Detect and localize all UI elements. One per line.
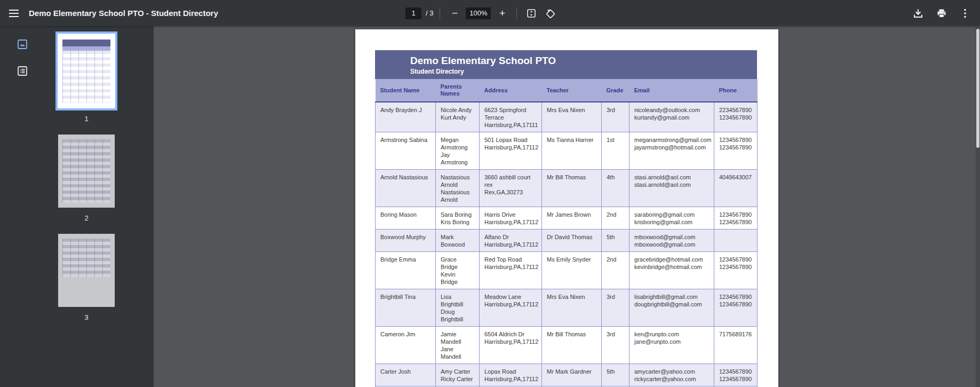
print-icon	[937, 9, 946, 18]
cell-address: 6623 SpringfordTerraceHarrisburg,PA,1711…	[480, 102, 542, 132]
column-header-teacher: Teacher	[542, 79, 602, 102]
zoom-in-button[interactable]: +	[494, 5, 510, 21]
cell-phones: 7175689176	[714, 327, 758, 364]
cell-address: Harris DriveHarrisburg,PA,17112	[480, 207, 542, 230]
outline-view-icon	[17, 66, 28, 76]
print-button[interactable]	[932, 4, 951, 23]
table-row: Cameron JimJamieMandellJaneMandell6504 A…	[376, 327, 758, 364]
thumbnail-item-page-2[interactable]: 2	[58, 135, 115, 222]
column-header-parents: Parents Names	[436, 79, 480, 102]
cell-teacher: Mrs Eva Nixen	[542, 289, 602, 327]
student-directory-table: Student NameParents NamesAddressTeacherG…	[375, 79, 758, 387]
banner-title: Demo Elementary School PTO	[410, 55, 757, 67]
thumbnail-page-number: 2	[84, 214, 88, 222]
more-options-button[interactable]	[955, 4, 975, 23]
column-header-grade: Grade	[602, 79, 630, 102]
toolbar-center: / 3 − +	[405, 0, 559, 26]
thumbnail-page-preview[interactable]	[58, 34, 115, 108]
cell-teacher: Mr James Brown	[542, 207, 602, 230]
cell-student: Carter Josh	[376, 364, 436, 386]
table-row: Carter JoshAmy CarterRicky CarterLopax R…	[376, 364, 758, 386]
cell-student: Brightbill Tina	[376, 289, 436, 327]
cell-phones: 12345678901234567890	[714, 289, 758, 327]
vertical-scrollbar[interactable]	[976, 26, 980, 387]
more-vertical-icon	[964, 9, 966, 18]
pdf-page-1: Demo Elementary School PTO Student Direc…	[355, 29, 778, 387]
cell-grade: 3rd	[602, 102, 630, 132]
cell-phones: 4049643007	[714, 170, 758, 207]
zoom-out-button[interactable]: −	[447, 5, 463, 21]
cell-emails: stasi.arnold@aol.comstasi.arnold@aol.com	[630, 170, 714, 207]
column-header-student: Student Name	[376, 79, 436, 102]
cell-parents: JamieMandellJaneMandell	[436, 327, 480, 364]
document-banner: Demo Elementary School PTO Student Direc…	[375, 50, 757, 79]
cell-teacher: Mrs Eva Nixen	[542, 102, 602, 132]
cell-grade: 2nd	[602, 207, 630, 230]
cell-student: Armstrong Sabina	[376, 132, 436, 170]
cell-teacher: Mr Bill Thomas	[542, 170, 602, 207]
outline-view-button[interactable]	[14, 62, 31, 80]
thumbnail-item-page-3[interactable]: 3	[58, 234, 115, 321]
cell-teacher: Dr David Thomas	[542, 230, 602, 252]
hamburger-icon	[9, 10, 19, 17]
mini-table-rows	[62, 51, 110, 102]
cell-student: Boring Mason	[376, 207, 436, 230]
cell-grade: 3rd	[602, 327, 630, 364]
column-header-emails: Email	[630, 79, 714, 102]
cell-emails: nicoleandy@outlook.comkurtandy@gmail.com	[630, 102, 714, 132]
toolbar-divider	[440, 7, 440, 19]
scrollbar-thumb[interactable]	[976, 29, 979, 148]
table-row: Boxwood MurphyMarkBoxwoodAlfano DrHarris…	[376, 230, 758, 252]
thumbnail-item-page-1[interactable]: 1	[58, 34, 115, 123]
cell-phones: 12345678901234567890	[714, 132, 758, 170]
toolbar-divider	[516, 7, 517, 19]
download-button[interactable]	[909, 4, 928, 23]
cell-phones: 12345678901234567890	[714, 207, 758, 230]
table-row: Arnold NastasiousNastasiousArnoldNastasi…	[376, 170, 758, 207]
cell-phones: 12345678901234567890	[714, 364, 758, 386]
cell-emails: meganarmstrong@gmail.comjayarmstrong@hot…	[630, 132, 714, 170]
pdf-viewer-area: Demo Elementary School PTO Student Direc…	[154, 26, 980, 387]
cell-emails: ken@runpto.comjane@runpto.com	[630, 327, 714, 364]
mini-table-rows	[62, 139, 110, 203]
thumbnail-page-preview[interactable]	[58, 135, 115, 208]
cell-grade: 3rd	[602, 289, 630, 327]
cell-parents: Amy CarterRicky Carter	[436, 364, 480, 386]
thumbnail-page-number: 1	[84, 115, 88, 123]
cell-student: Boxwood Murphy	[376, 230, 436, 252]
thumbnails-view-button[interactable]	[14, 36, 31, 53]
thumbnail-page-preview[interactable]	[58, 234, 115, 307]
mini-table-header	[62, 46, 110, 51]
pdf-sidebar: 123	[0, 26, 154, 387]
column-header-phones: Phone	[714, 79, 758, 102]
pdf-toolbar: Demo Elementary School PTO - Student Dir…	[0, 0, 980, 26]
cell-parents: MarkBoxwood	[436, 230, 480, 252]
cell-emails: gracebridge@hotmail.comkevinbridge@hotma…	[630, 252, 714, 289]
menu-button[interactable]	[4, 4, 23, 23]
mini-banner	[62, 40, 110, 46]
download-icon	[913, 9, 923, 18]
cell-student: Andy Brayden J	[376, 102, 436, 132]
cell-student: Arnold Nastasious	[376, 170, 436, 207]
cell-address: Red Top RoadHarrisburg,PA,17112	[480, 252, 542, 289]
zoom-level-input[interactable]	[466, 7, 491, 19]
cell-address: Lopax RoadHarrisburg,PA,17112	[480, 364, 542, 386]
cell-parents: Sara BoringKris Boring	[436, 207, 480, 230]
cell-teacher: Mr Bill Thomas	[542, 327, 602, 364]
cell-phones: 22345678901234567890	[714, 102, 758, 132]
cell-address: 6504 Aldrich DrHarrisburg,PA,17112	[480, 327, 542, 364]
page-number-input[interactable]	[405, 7, 421, 19]
cell-emails: lisabrightbill@gmail.comdougbrightbill@g…	[630, 289, 714, 327]
cell-teacher: Mr Mark Gardner	[542, 364, 602, 386]
banner-subtitle: Student Directory	[410, 68, 757, 75]
table-row: Andy Brayden JNicole AndyKurt Andy6623 S…	[376, 102, 758, 132]
table-row: Boring MasonSara BoringKris BoringHarris…	[376, 207, 758, 230]
toolbar-right	[909, 0, 975, 26]
document-title: Demo Elementary School PTO - Student Dir…	[29, 9, 218, 18]
cell-grade: 5th	[602, 230, 630, 252]
cell-parents: MeganArmstrongJayArmstrong	[436, 132, 480, 170]
fit-to-page-button[interactable]	[523, 5, 539, 21]
rotate-button[interactable]	[543, 5, 559, 21]
cell-address: Meadow LaneHarrisburg,PA,17112	[480, 289, 542, 327]
table-row: Bridge EmmaGraceBridgeKevinBridgeRed Top…	[376, 252, 758, 289]
